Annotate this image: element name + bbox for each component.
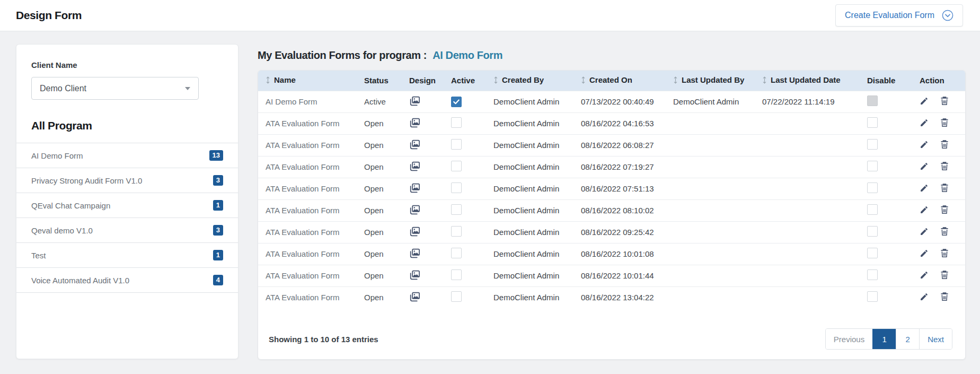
column-header-last-updated-date[interactable]: Last Updated Date: [755, 71, 860, 91]
design-cell: [402, 91, 444, 112]
created-on-cell: 08/16/2022 10:01:44: [573, 265, 666, 286]
pagination-page-2[interactable]: 2: [896, 329, 919, 349]
delete-trash-icon[interactable]: [940, 140, 949, 149]
sidebar-program-item[interactable]: Qeval demo V1.0 3: [16, 218, 238, 242]
table-row: ATA Evaluation Form Open: [258, 178, 965, 199]
edit-pencil-icon[interactable]: [920, 271, 929, 280]
delete-trash-icon[interactable]: [940, 292, 949, 301]
design-form-icon[interactable]: [409, 118, 420, 128]
forms-heading: My Evaluation Forms for program : AI Dem…: [258, 49, 966, 62]
column-header-disable: Disable: [860, 71, 912, 91]
last-updated-by-cell: [666, 243, 755, 265]
column-header-action: Action: [912, 71, 965, 91]
disable-cell: [860, 112, 912, 134]
active-checkbox[interactable]: [451, 161, 462, 171]
main-panel: My Evaluation Forms for program : AI Dem…: [258, 44, 966, 360]
pagination-next[interactable]: Next: [919, 329, 952, 349]
table-row: ATA Evaluation Form Open: [258, 221, 965, 243]
disable-checkbox[interactable]: [867, 269, 878, 280]
design-form-icon[interactable]: [409, 161, 420, 171]
client-name-select[interactable]: Demo Client: [31, 77, 199, 100]
create-evaluation-form-label: Create Evaluation Form: [845, 11, 934, 20]
active-checkbox[interactable]: [451, 226, 462, 237]
program-label: Qeval demo V1.0: [31, 226, 93, 235]
design-cell: [402, 265, 444, 286]
column-header-created-by[interactable]: Created By: [486, 71, 573, 91]
edit-pencil-icon[interactable]: [920, 292, 929, 301]
column-header-name[interactable]: Name: [258, 71, 357, 91]
delete-trash-icon[interactable]: [940, 161, 949, 171]
design-form-icon[interactable]: [409, 140, 420, 150]
column-header-last-updated-by[interactable]: Last Updated By: [666, 71, 755, 91]
disable-checkbox[interactable]: [867, 161, 878, 171]
design-form-icon[interactable]: [409, 96, 420, 106]
active-checkbox[interactable]: [451, 291, 462, 302]
form-status-cell: Open: [357, 178, 402, 199]
page-title: Design Form: [16, 9, 82, 22]
design-form-icon[interactable]: [409, 205, 420, 215]
disable-checkbox[interactable]: [867, 248, 878, 258]
disable-checkbox[interactable]: [867, 182, 878, 193]
last-updated-by-cell: [666, 112, 755, 134]
disable-checkbox[interactable]: [867, 139, 878, 150]
active-checkbox[interactable]: [451, 269, 462, 280]
delete-trash-icon[interactable]: [940, 96, 949, 106]
pagination-previous[interactable]: Previous: [826, 329, 872, 349]
disable-cell: [860, 286, 912, 308]
delete-trash-icon[interactable]: [940, 183, 949, 193]
client-name-selected-value: Demo Client: [40, 84, 86, 93]
table-footer: Showing 1 to 10 of 13 entries Previous 1…: [258, 308, 965, 350]
edit-pencil-icon[interactable]: [920, 249, 929, 258]
design-form-icon[interactable]: [409, 183, 420, 193]
design-form-icon[interactable]: [409, 248, 420, 258]
sidebar-program-item[interactable]: Test 1: [16, 242, 238, 267]
disable-checkbox[interactable]: [867, 204, 878, 215]
design-form-icon[interactable]: [409, 227, 420, 237]
column-header-design: Design: [402, 71, 444, 91]
program-label: AI Demo Form: [31, 151, 83, 160]
table-row: ATA Evaluation Form Open: [258, 286, 965, 308]
column-header-created-on[interactable]: Created On: [573, 71, 666, 91]
created-by-cell: DemoClient Admin: [486, 286, 573, 308]
edit-pencil-icon[interactable]: [920, 162, 929, 171]
edit-pencil-icon[interactable]: [920, 184, 929, 193]
edit-pencil-icon[interactable]: [920, 227, 929, 236]
sidebar-program-item[interactable]: Voice Automated Audit V1.0 4: [16, 267, 238, 292]
delete-trash-icon[interactable]: [940, 205, 949, 214]
edit-pencil-icon[interactable]: [920, 205, 929, 214]
disable-checkbox[interactable]: [867, 226, 878, 237]
design-form-icon[interactable]: [409, 292, 420, 302]
edit-pencil-icon[interactable]: [920, 140, 929, 149]
disable-cell: [860, 156, 912, 178]
edit-pencil-icon[interactable]: [920, 97, 929, 106]
disable-checkbox[interactable]: [867, 291, 878, 302]
form-name-cell: ATA Evaluation Form: [258, 265, 357, 286]
active-checkbox[interactable]: [451, 182, 462, 193]
delete-trash-icon[interactable]: [940, 227, 949, 236]
forms-heading-program-link[interactable]: AI Demo Form: [432, 49, 502, 61]
pagination-page-1[interactable]: 1: [872, 329, 896, 349]
client-name-label: Client Name: [31, 60, 223, 69]
active-checkbox[interactable]: [451, 204, 462, 215]
active-checkbox[interactable]: [451, 139, 462, 150]
form-status-cell: Active: [357, 91, 402, 112]
sidebar-program-item[interactable]: AI Demo Form 13: [16, 143, 238, 168]
disable-checkbox[interactable]: [867, 117, 878, 128]
delete-trash-icon[interactable]: [940, 248, 949, 258]
evaluation-forms-table-card: Name Status Design Active Created By Cre…: [258, 70, 966, 360]
sidebar-program-item[interactable]: QEval Chat Campaign 1: [16, 193, 238, 218]
delete-trash-icon[interactable]: [940, 270, 949, 280]
active-checkbox[interactable]: [451, 248, 462, 258]
delete-trash-icon[interactable]: [940, 118, 949, 127]
active-checkbox[interactable]: [451, 97, 462, 107]
sidebar-program-item[interactable]: Privacy Strong Audit Form V1.0 3: [16, 168, 238, 193]
disable-checkbox[interactable]: [867, 95, 878, 106]
active-checkbox[interactable]: [451, 117, 462, 128]
form-name-cell: ATA Evaluation Form: [258, 243, 357, 265]
table-header-row: Name Status Design Active Created By Cre…: [258, 71, 965, 91]
create-evaluation-form-button[interactable]: Create Evaluation Form: [835, 4, 963, 27]
entries-summary: Showing 1 to 10 of 13 entries: [269, 335, 378, 344]
last-updated-date-cell: [755, 265, 860, 286]
edit-pencil-icon[interactable]: [920, 118, 929, 127]
design-form-icon[interactable]: [409, 270, 420, 280]
